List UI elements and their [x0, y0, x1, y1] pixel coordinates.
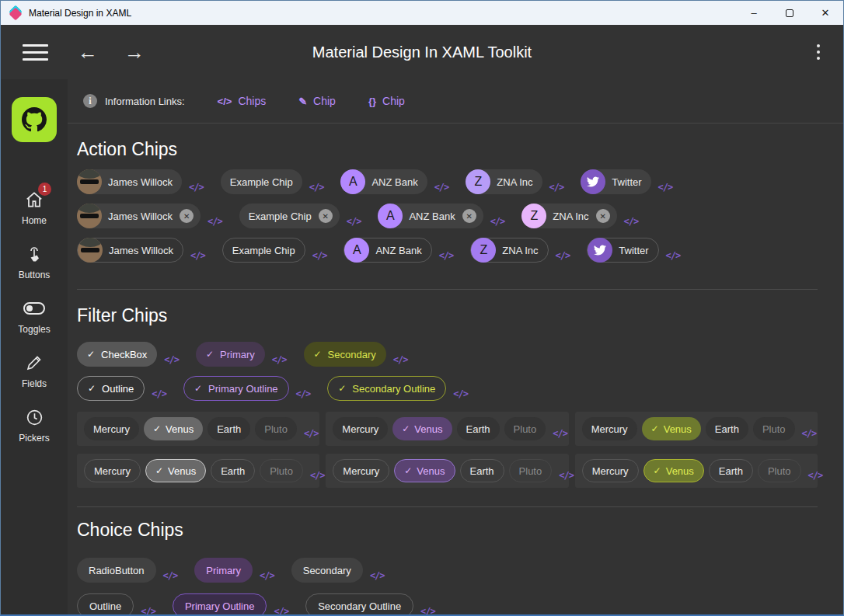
delete-chip-icon[interactable]: ✕ — [596, 209, 610, 223]
chip-james-willock[interactable]: James Willock — [77, 169, 182, 194]
source-code-icon[interactable]: </> — [453, 388, 468, 399]
chip-example-deletable[interactable]: Example Chip✕ — [239, 204, 340, 228]
source-code-icon[interactable]: </> — [347, 216, 361, 227]
option-earth[interactable]: Earth — [706, 417, 748, 440]
forward-arrow-button[interactable]: → — [124, 42, 145, 62]
choice-chip-radiobutton[interactable]: RadioButton — [77, 558, 156, 583]
action-chips-row-deletable: James Willock✕ </> Example Chip✕ </> AAN… — [77, 204, 818, 228]
chip-anz-bank[interactable]: AANZ Bank — [340, 169, 427, 194]
source-code-icon[interactable]: </> — [624, 216, 639, 227]
source-code-icon[interactable]: </> — [802, 428, 817, 439]
link-chip-edit[interactable]: ✎ Chip — [298, 95, 336, 107]
source-code-icon[interactable]: </> — [666, 250, 681, 261]
close-button[interactable]: ✕ — [807, 1, 843, 25]
chip-anz-bank-deletable[interactable]: AANZ Bank✕ — [378, 204, 483, 228]
option-earth[interactable]: Earth — [457, 417, 500, 440]
option-venus-selected[interactable]: ✓Venus — [145, 459, 206, 482]
chip-anz-bank-outline[interactable]: AANZ Bank — [344, 238, 431, 263]
source-code-icon[interactable]: </> — [272, 354, 287, 365]
filter-chip-primary[interactable]: ✓Primary — [196, 342, 265, 367]
sidebar-item-home[interactable]: 1 Home — [22, 189, 47, 226]
source-code-icon[interactable]: </> — [304, 428, 319, 439]
option-mercury[interactable]: Mercury — [84, 417, 139, 440]
option-earth[interactable]: Earth — [211, 459, 255, 482]
option-venus-selected[interactable]: ✓Venus — [144, 417, 203, 440]
choice-chip-secondary[interactable]: Secondary — [291, 558, 363, 583]
source-code-icon[interactable]: </> — [274, 606, 288, 614]
chip-example-outline[interactable]: Example Chip — [222, 238, 305, 263]
option-earth[interactable]: Earth — [460, 459, 504, 482]
source-code-icon[interactable]: </> — [658, 182, 673, 193]
source-code-icon[interactable]: </> — [189, 182, 204, 193]
choice-chip-primary-outline-selected[interactable]: Primary Outline — [173, 593, 267, 614]
option-earth[interactable]: Earth — [709, 459, 753, 482]
source-code-icon[interactable]: </> — [312, 250, 327, 261]
source-code-icon[interactable]: </> — [370, 570, 385, 581]
delete-chip-icon[interactable]: ✕ — [319, 209, 333, 223]
source-code-icon[interactable]: </> — [549, 182, 564, 193]
chip-zna-inc-deletable[interactable]: ZZNA Inc✕ — [521, 204, 616, 228]
source-code-icon[interactable]: </> — [260, 570, 274, 581]
chip-james-willock-outline[interactable]: James Willock — [77, 238, 183, 263]
option-venus-selected[interactable]: ✓Venus — [394, 459, 455, 482]
hamburger-menu-button[interactable] — [19, 41, 51, 64]
source-code-icon[interactable]: </> — [490, 216, 505, 227]
delete-chip-icon[interactable]: ✕ — [180, 209, 194, 223]
minimize-button[interactable]: – — [736, 1, 772, 25]
source-code-icon[interactable]: </> — [141, 606, 155, 614]
source-code-icon[interactable]: </> — [208, 216, 222, 227]
option-earth[interactable]: Earth — [208, 417, 250, 440]
source-code-icon[interactable]: </> — [190, 250, 205, 261]
option-mercury[interactable]: Mercury — [84, 459, 141, 482]
source-code-icon[interactable]: </> — [152, 388, 166, 399]
source-code-icon[interactable]: </> — [439, 250, 454, 261]
source-code-icon[interactable]: </> — [556, 250, 570, 261]
source-code-icon[interactable]: </> — [808, 470, 823, 481]
option-mercury[interactable]: Mercury — [333, 417, 388, 440]
option-pluto-disabled: Pluto — [504, 417, 546, 440]
option-mercury[interactable]: Mercury — [333, 459, 389, 482]
chip-zna-inc-outline[interactable]: ZZNA Inc — [470, 238, 548, 263]
source-code-icon[interactable]: </> — [163, 570, 178, 581]
source-code-icon[interactable]: </> — [296, 388, 311, 399]
filter-chip-checkbox[interactable]: ✓CheckBox — [77, 342, 157, 367]
sidebar-item-toggles[interactable]: Toggles — [18, 298, 50, 335]
source-code-icon[interactable]: </> — [310, 470, 325, 481]
chip-twitter-outline[interactable]: Twitter — [587, 238, 658, 263]
chip-example[interactable]: Example Chip — [221, 169, 302, 194]
sidebar-item-pickers[interactable]: Pickers — [19, 406, 49, 444]
chip-zna-inc[interactable]: ZZNA Inc — [466, 169, 542, 194]
filter-chip-secondary[interactable]: ✓Secondary — [304, 342, 386, 367]
choice-chip-secondary-outline[interactable]: Secondary Outline — [305, 593, 413, 614]
check-icon: ✓ — [153, 423, 161, 434]
maximize-button[interactable] — [772, 1, 807, 25]
option-mercury[interactable]: Mercury — [582, 417, 637, 440]
option-mercury[interactable]: Mercury — [582, 459, 639, 482]
filter-chip-primary-outline[interactable]: ✓Primary Outline — [183, 376, 289, 401]
choice-chip-outline[interactable]: Outline — [77, 593, 134, 614]
link-chip-api[interactable]: {} Chip — [368, 95, 405, 107]
source-code-icon[interactable]: </> — [164, 354, 179, 365]
github-button[interactable] — [12, 97, 57, 142]
source-code-icon[interactable]: </> — [309, 182, 324, 193]
source-code-icon[interactable]: </> — [553, 428, 567, 439]
option-venus-selected[interactable]: ✓Venus — [392, 417, 452, 440]
avatar-photo — [78, 238, 103, 263]
source-code-icon[interactable]: </> — [393, 354, 408, 365]
option-venus-selected[interactable]: ✓Venus — [642, 417, 701, 440]
filter-chip-secondary-outline[interactable]: ✓Secondary Outline — [327, 376, 446, 401]
option-venus-selected[interactable]: ✓Venus — [643, 459, 704, 482]
delete-chip-icon[interactable]: ✕ — [462, 209, 476, 223]
chip-james-willock-deletable[interactable]: James Willock✕ — [77, 204, 201, 228]
overflow-menu-button[interactable] — [814, 41, 823, 63]
sidebar-item-fields[interactable]: Fields — [22, 352, 47, 389]
source-code-icon[interactable]: </> — [420, 606, 435, 614]
source-code-icon[interactable]: </> — [434, 182, 449, 193]
back-arrow-button[interactable]: ← — [78, 42, 98, 62]
link-chips-source[interactable]: </> Chips — [218, 95, 267, 107]
chip-twitter[interactable]: Twitter — [581, 169, 650, 194]
filter-chip-outline[interactable]: ✓Outline — [77, 376, 145, 401]
choice-chip-primary-selected[interactable]: Primary — [194, 558, 253, 583]
source-code-icon[interactable]: </> — [559, 470, 574, 481]
sidebar-item-buttons[interactable]: Buttons — [19, 243, 51, 280]
